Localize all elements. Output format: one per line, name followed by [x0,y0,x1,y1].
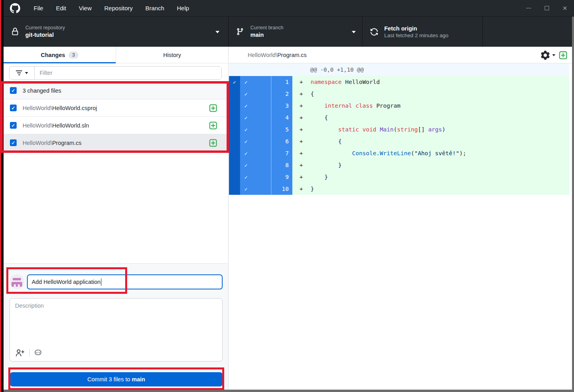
line-included-check[interactable]: ✓ [240,159,271,171]
line-number: 7 [271,147,292,159]
code-line: + internal class Program [292,100,569,112]
title-bar: FileEditViewRepositoryBranchHelp ✕ [4,0,574,16]
line-number: 5 [271,124,292,135]
filter-options-button[interactable] [10,67,35,79]
window-bottom-border [4,390,574,392]
current-repository-label: Current repository [25,25,65,31]
commit-button-branch: main [132,376,145,382]
hunk-select-gutter[interactable] [229,183,240,195]
line-included-check[interactable]: ✓ [240,88,271,100]
file-row[interactable]: ✓HelloWorld\Program.cs [4,134,228,152]
panel-tabs: Changes 3 History [4,47,228,63]
tab-changes[interactable]: Changes 3 [4,47,116,63]
diff-options-button[interactable] [541,51,555,60]
changes-count-badge: 3 [69,51,78,59]
diff-line: ✓10+} [229,183,569,195]
chevron-down-icon [215,31,219,33]
git-branch-icon [236,28,245,36]
fetch-origin-title: Fetch origin [384,25,448,32]
hunk-header: @@ -0,0 +1,10 @@ [229,63,569,76]
current-repository-dropdown[interactable]: Current repository git-tutorial [4,17,229,47]
line-number: 8 [271,159,292,171]
hunk-select-gutter[interactable] [229,124,240,135]
commit-area: Add HelloWorld application Description C… [4,263,228,390]
line-included-check[interactable]: ✓ [240,147,271,159]
tab-history-label: History [163,52,181,58]
description-footer [15,348,42,357]
hunk-select-gutter[interactable] [229,159,240,171]
current-branch-value: main [250,31,283,38]
commit-button[interactable]: Commit 3 files tomain [10,372,223,386]
code-line: + { [292,112,569,124]
description-placeholder: Description [15,303,44,309]
line-included-check[interactable]: ✓ [240,171,271,183]
code-line: +{ [292,88,569,100]
summary-input[interactable]: Add HelloWorld application [27,274,223,289]
add-co-author-button[interactable] [15,348,25,357]
diff-line: ✓8+ } [229,159,569,171]
fetch-origin-button[interactable]: Fetch origin Last fetched 2 minutes ago [362,17,483,47]
code-line: +} [292,183,569,195]
diff-file-dir: HelloWorld\ [248,52,277,58]
file-checkbox[interactable]: ✓ [10,105,17,111]
code-line: + { [292,135,569,147]
footer-divider [29,349,30,357]
menu-item-file[interactable]: File [27,0,50,16]
line-number: 6 [271,135,292,147]
hunk-select-gutter[interactable] [229,88,240,100]
close-button[interactable]: ✕ [556,0,574,16]
diff-pane: HelloWorld\Program.cs @@ -0,0 +1,10 @@ ✓… [229,47,572,390]
hunk-select-gutter[interactable] [229,135,240,147]
diff-line: ✓5+ static void Main(string[] args) [229,124,569,135]
description-textarea[interactable]: Description [10,298,223,362]
tab-history[interactable]: History [116,47,228,63]
minimize-button[interactable] [519,0,538,16]
diff-line: ✓9+ } [229,171,569,183]
diff-line: ✓3+ internal class Program [229,100,569,112]
current-branch-label: Current branch [250,25,283,31]
menu-item-branch[interactable]: Branch [139,0,171,16]
line-included-check[interactable]: ✓ [240,124,271,135]
avatar [10,274,24,289]
toolbar: Current repository git-tutorial Current … [4,16,574,47]
select-all-checkbox[interactable]: ✓ [10,87,17,94]
file-checkbox[interactable]: ✓ [10,139,17,146]
file-row[interactable]: ✓HelloWorld\HelloWorld.csproj [4,99,228,117]
window-right-border [572,17,574,392]
menu-item-repository[interactable]: Repository [98,0,139,16]
status-added-icon [209,122,217,129]
line-included-check[interactable]: ✓ [240,135,271,147]
copilot-icon[interactable] [34,349,42,357]
file-row[interactable]: ✓HelloWorld\HelloWorld.sln [4,117,228,134]
line-included-check[interactable]: ✓ [240,112,271,124]
current-branch-dropdown[interactable]: Current branch main [229,17,362,47]
diff-header-actions [541,47,567,63]
diff-line: ✓2+{ [229,88,569,100]
file-checkbox[interactable]: ✓ [10,122,17,129]
line-included-check[interactable]: ✓ [240,183,271,195]
github-logo-icon [10,3,20,13]
line-included-check[interactable]: ✓ [240,76,271,88]
status-added-icon [209,104,217,112]
hunk-select-gutter[interactable] [229,112,240,124]
diff-file-path: HelloWorld\Program.cs [235,46,307,65]
maximize-button[interactable] [538,0,556,16]
menu-item-edit[interactable]: Edit [50,0,72,16]
line-number: 4 [271,112,292,124]
code-line: + } [292,171,569,183]
hunk-select-gutter[interactable] [229,171,240,183]
sync-icon [370,28,379,36]
filter-input[interactable] [35,67,221,79]
diff-body: ✓✓1+namespace HelloWorld✓2+{✓3+ internal… [229,76,569,195]
line-included-check[interactable]: ✓ [240,100,271,112]
code-line: + Console.WriteLine("Ahoj světě!"); [292,147,569,159]
menu-item-help[interactable]: Help [171,0,196,16]
line-number: 1 [271,76,292,88]
file-path: HelloWorld\Program.cs [23,140,82,146]
diff-line: ✓✓1+namespace HelloWorld [229,76,569,88]
hunk-select-gutter[interactable] [229,100,240,112]
chevron-down-icon [352,31,356,33]
menu-item-view[interactable]: View [72,0,98,16]
hunk-select-gutter[interactable] [229,147,240,159]
hunk-select-gutter[interactable]: ✓ [229,76,240,88]
